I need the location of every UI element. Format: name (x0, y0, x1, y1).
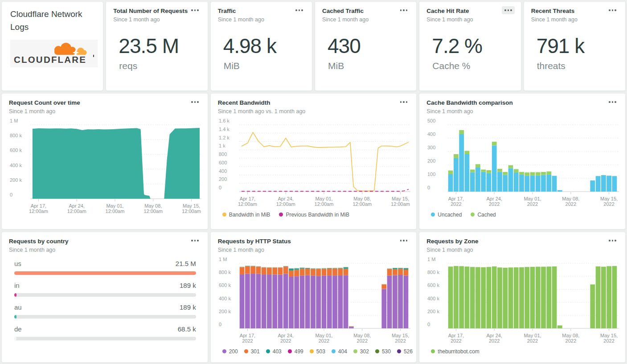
y-axis-tick-label: 1.4 k (219, 127, 229, 132)
legend-item[interactable]: Bandwidth in MiB (222, 212, 270, 218)
panel-title: Cached Traffic (322, 8, 369, 15)
panel-subtitle: Since 1 month ago (426, 16, 473, 23)
legend-label: Bandwidth in MiB (229, 212, 270, 218)
country-value: 68.5 k (178, 325, 196, 333)
legend-item[interactable]: 499 (288, 348, 303, 355)
panel-menu-button[interactable] (398, 98, 410, 106)
x-axis-tick-label: May 15,2022 (600, 196, 618, 207)
panel-requests-by-zone: Requests by Zone Since 1 month ago 0200 … (419, 232, 626, 363)
panel-title: Cache Bandwidth comparison (426, 99, 513, 107)
http-status-svg: 0200 k400 k600 k800 k1 MApr 17,2022Apr 2… (218, 257, 410, 346)
x-axis-tick-label: May 15,2022 (392, 333, 409, 344)
panel-title: Cache Hit Rate (426, 8, 473, 15)
legend-item[interactable]: 200 (222, 348, 238, 355)
panel-subtitle: Since 1 month ago (218, 247, 291, 253)
country-value: 189 k (180, 303, 196, 311)
legend-dot (332, 349, 336, 353)
cache-bandwidth-chart: 0100200300400500Apr 17,2022Apr 24,2022Ma… (426, 119, 618, 211)
bar-series-Uncached (448, 134, 617, 192)
legend-item[interactable]: 503 (310, 348, 325, 355)
panel-subtitle: Since 1 month ago (426, 108, 513, 115)
panel-http-status: Requests by HTTP Status Since 1 month ag… (210, 232, 417, 363)
legend-item[interactable]: Cached (471, 212, 496, 218)
country-bar (14, 293, 16, 297)
legend-item[interactable]: Uncached (431, 212, 462, 218)
panel-subtitle: Since 1 month ago (218, 16, 264, 23)
legend-item[interactable]: theburritobot.com (431, 348, 479, 355)
legend-item[interactable]: 302 (353, 348, 369, 355)
country-value: 21.5 M (176, 260, 196, 267)
stat-value: 7.2 % (432, 34, 513, 58)
y-axis-tick-label: 0 (427, 185, 430, 190)
legend-label: 404 (338, 348, 347, 355)
panel-menu-button[interactable] (398, 6, 410, 14)
legend-item[interactable]: 404 (332, 348, 347, 355)
panel-traffic: Traffic Since 1 month ago 4.98 k MiB (210, 1, 312, 91)
y-axis-tick-label: 200 k (427, 309, 439, 314)
y-axis-tick-label: 600 (219, 160, 227, 165)
panel-recent-bandwidth: Recent Bandwidth Since 1 month ago vs. 1… (210, 93, 417, 229)
stat-unit: reqs (119, 61, 200, 71)
panel-menu-button[interactable] (293, 6, 306, 14)
country-row: de68.5 k (14, 325, 196, 340)
panel-cache-hit-rate: Cache Hit Rate Since 1 month ago 7.2 % C… (419, 1, 521, 91)
legend-label: 526 (404, 348, 413, 355)
country-bar (14, 271, 196, 275)
x-axis-tick-label: May 01,12:00am (314, 196, 333, 207)
panel-menu-button[interactable] (606, 98, 619, 106)
x-axis-tick-label: Apr 17,12:00am (238, 196, 257, 207)
x-axis-tick-label: May 01,12:00am (106, 203, 125, 214)
panel-menu-button[interactable] (189, 6, 201, 14)
y-axis-tick-label: 400 k (219, 295, 231, 301)
legend-label: Previous Bandwidth in MiB (286, 212, 349, 218)
x-axis-tick-label: Apr 24,2022 (487, 196, 502, 207)
stat-value: 791 k (537, 34, 618, 58)
chart-legend: Bandwidth in MiBPrevious Bandwidth in Mi… (222, 212, 410, 218)
legend-dot (353, 349, 357, 353)
line-series-Bandwidth in MiB (242, 132, 409, 191)
legend-item[interactable]: 530 (375, 348, 391, 355)
panel-title: Recent Bandwidth (218, 99, 306, 107)
country-bar-track (14, 271, 196, 275)
legend-label: 302 (360, 348, 369, 355)
line-series-Previous Bandwidth in MiB (242, 189, 409, 192)
panel-title: Requests by country (9, 238, 69, 245)
panel-request-count: Request Count over time Since 1 month ag… (1, 93, 208, 229)
area-series (33, 128, 200, 199)
legend-item[interactable]: 526 (397, 348, 413, 355)
panel-title: Recent Threats (531, 8, 578, 15)
cloudflare-logo: CLOUDFLARE (10, 40, 98, 67)
y-axis-tick-label: 0 (219, 322, 221, 327)
legend-item[interactable]: 403 (266, 348, 282, 355)
stat-unit: Cache % (432, 61, 513, 71)
y-axis-tick-label: 400 (427, 131, 435, 137)
legend-dot (266, 349, 270, 353)
x-axis-tick-label: May 15,12:00am (391, 196, 410, 207)
panel-menu-button[interactable] (189, 237, 201, 245)
x-axis-tick-label: May 08,2022 (353, 333, 371, 344)
x-axis-tick-label: May 08,2022 (562, 333, 580, 344)
dashboard-title: Cloudflare Network Logs (9, 8, 96, 34)
chart-legend: theburritobot.com (431, 348, 618, 355)
panel-menu-button[interactable] (502, 6, 515, 14)
panel-total-requests: Total Number of Requests Since 1 month a… (106, 1, 208, 91)
country-label: de (14, 325, 22, 333)
panel-menu-button[interactable] (398, 237, 410, 245)
country-bar-track (14, 337, 196, 340)
panel-requests-by-country: Requests by country Since 1 month ago us… (1, 232, 208, 363)
y-axis-tick-label: 1.6 k (219, 119, 229, 123)
legend-dot (244, 349, 248, 353)
x-axis-tick-label: May 08,12:00am (143, 203, 163, 214)
panel-menu-button[interactable] (606, 6, 619, 14)
country-row: us21.5 M (14, 260, 196, 275)
y-axis-tick-label: 1 M (219, 257, 227, 262)
recent-bandwidth-chart: 02004006008001 k1.2 k1.4 k1.6 kApr 17,12… (218, 119, 410, 211)
legend-item[interactable]: Previous Bandwidth in MiB (279, 212, 349, 218)
legend-item[interactable]: 301 (244, 348, 260, 355)
panel-menu-button[interactable] (606, 237, 619, 245)
legend-label: 503 (316, 348, 325, 355)
cloudflare-wordmark: CLOUDFLARE (14, 54, 86, 65)
panel-title: Request Count over time (9, 99, 80, 107)
panel-menu-button[interactable] (189, 98, 201, 106)
stat-unit: threats (537, 61, 618, 71)
